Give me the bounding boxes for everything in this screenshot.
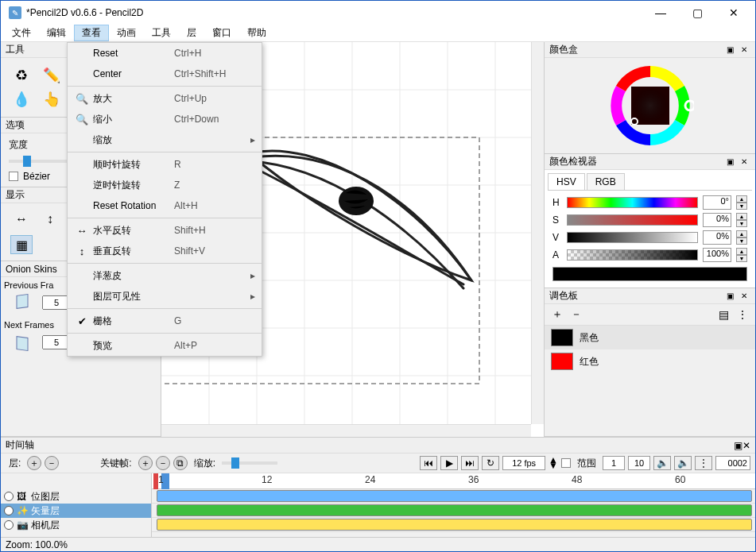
frame-counter[interactable]	[715, 456, 750, 470]
menu-item-缩小[interactable]: 🔍缩小Ctrl+Down	[68, 109, 262, 129]
menu-工具[interactable]: 工具	[144, 25, 179, 41]
panel-close-button[interactable]: ✕	[742, 440, 750, 451]
dup-keyframe-button[interactable]: ⧉	[173, 456, 188, 470]
fps-input[interactable]	[502, 456, 545, 470]
layer-visibility-icon[interactable]	[4, 506, 14, 515]
next-frame-icon[interactable]	[9, 331, 37, 353]
menu-编辑[interactable]: 编辑	[39, 25, 74, 41]
menu-item-栅格[interactable]: ✔栅格G	[68, 311, 262, 331]
palette-add-button[interactable]: ＋	[549, 307, 565, 322]
loop-button[interactable]: ↻	[482, 456, 499, 470]
svg-rect-1	[17, 337, 28, 351]
menu-item-预览[interactable]: 预览Alt+P	[68, 335, 262, 356]
menu-item-洋葱皮[interactable]: 洋葱皮▸	[68, 265, 262, 286]
color-V-slider[interactable]	[567, 232, 698, 243]
menu-窗口[interactable]: 窗口	[204, 25, 239, 41]
track-clip[interactable]	[157, 519, 752, 531]
menu-item-水平反转[interactable]: ↔水平反转Shift+H	[68, 220, 262, 241]
menu-帮助[interactable]: 帮助	[239, 25, 274, 41]
close-button[interactable]: ✕	[715, 1, 752, 25]
range-from-input[interactable]	[603, 456, 625, 470]
panel-float-button[interactable]: ▣	[723, 156, 736, 168]
menu-item-逆时针旋转[interactable]: 逆时针旋转Z	[68, 175, 262, 195]
first-frame-button[interactable]: ⏮	[420, 456, 437, 470]
color-V-value[interactable]: 0%	[703, 230, 731, 245]
range-to-input[interactable]	[628, 456, 650, 470]
statusbar: Zoom: 100.0%	[1, 537, 755, 551]
color-A-value[interactable]: 100%	[703, 248, 731, 262]
bezier-checkbox[interactable]	[9, 172, 18, 181]
last-frame-button[interactable]: ⏭	[461, 456, 479, 470]
menu-文件[interactable]: 文件	[4, 25, 39, 41]
remove-keyframe-button[interactable]: －	[156, 456, 170, 470]
zoom-status: Zoom: 100.0%	[6, 539, 68, 550]
canvas-scrollbar-vertical[interactable]	[531, 42, 544, 424]
timeline-zoom-slider[interactable]	[222, 461, 277, 465]
remove-layer-button[interactable]: －	[45, 456, 59, 470]
ruler-mark: 12	[262, 474, 272, 485]
tab-RGB[interactable]: RGB	[587, 173, 625, 190]
layer-visibility-icon[interactable]	[4, 520, 14, 530]
color-wheel[interactable]	[607, 62, 694, 149]
add-keyframe-button[interactable]: ＋	[138, 456, 153, 470]
canvas-scrollbar-horizontal[interactable]	[161, 424, 531, 437]
sound-button[interactable]: 🔈	[653, 456, 671, 470]
track-clip[interactable]	[157, 490, 752, 502]
view-menu-dropdown: ResetCtrl+HCenterCtrl+Shift+H🔍放大Ctrl+Up🔍…	[67, 42, 262, 357]
color-H-value[interactable]: 0°	[703, 195, 731, 210]
range-checkbox[interactable]	[561, 458, 571, 468]
layer-visibility-icon[interactable]	[4, 492, 14, 501]
color-H-slider[interactable]	[567, 197, 698, 208]
panel-close-button[interactable]: ✕	[738, 291, 750, 302]
menu-动画[interactable]: 动画	[109, 25, 144, 41]
track-clip[interactable]	[157, 504, 752, 516]
menu-item-Center[interactable]: CenterCtrl+Shift+H	[68, 64, 262, 84]
add-layer-button[interactable]: ＋	[27, 456, 41, 470]
panel-float-button[interactable]: ▣	[723, 44, 736, 56]
color-H-label: H	[552, 197, 562, 208]
sound-scrub-button[interactable]: 🔈	[674, 456, 692, 470]
panel-float-button[interactable]: ▣	[734, 440, 742, 451]
minimize-button[interactable]: —	[642, 1, 679, 25]
tab-HSV[interactable]: HSV	[548, 173, 585, 190]
play-button[interactable]: ▶	[440, 456, 458, 470]
panel-close-button[interactable]: ✕	[738, 44, 750, 56]
maximize-button[interactable]: ▢	[679, 1, 715, 25]
layer-矢量层[interactable]: ✨矢量层	[1, 504, 151, 518]
menu-层[interactable]: 层	[179, 25, 204, 41]
timeline-menu-icon[interactable]: ⋮	[695, 456, 712, 470]
menu-item-Reset[interactable]: ResetCtrl+H	[68, 43, 262, 64]
palette-item-红色[interactable]: 红色	[545, 349, 755, 373]
layer-位图层[interactable]: 🖼位图层	[1, 489, 151, 504]
inspector-title: 颜色检视器	[549, 155, 722, 168]
grid-toggle-icon[interactable]: ▦	[10, 235, 33, 254]
eyedropper-tool-icon[interactable]: 💧	[7, 88, 36, 110]
panel-close-button[interactable]: ✕	[738, 156, 750, 168]
colorbox-panel: 颜色盒▣✕	[545, 42, 755, 154]
menu-item-图层可见性[interactable]: 图层可见性▸	[68, 286, 262, 307]
menu-item-放大[interactable]: 🔍放大Ctrl+Up	[68, 88, 262, 109]
prev-frame-icon[interactable]	[9, 291, 37, 314]
palette-item-黑色[interactable]: 黑色	[545, 326, 755, 349]
menu-item-Reset Rotation[interactable]: Reset RotationAlt+H	[68, 195, 262, 216]
flip-horizontal-icon[interactable]: ↔	[10, 210, 33, 229]
smudge-tool-icon[interactable]: 👆	[37, 88, 66, 110]
color-A-slider[interactable]	[567, 249, 698, 261]
clear-tool-icon[interactable]: ♻	[7, 64, 36, 87]
palette-menu-icon[interactable]: ⋮	[735, 307, 750, 322]
menu-查看[interactable]: 查看	[74, 25, 109, 41]
palette-view-icon[interactable]: ▤	[715, 307, 731, 322]
color-V-label: V	[552, 232, 562, 243]
menu-item-缩放[interactable]: 缩放▸	[68, 129, 262, 150]
menu-item-顺时针旋转[interactable]: 顺时针旋转R	[68, 154, 262, 175]
layer-相机层[interactable]: 📷相机层	[1, 518, 151, 532]
palette-remove-button[interactable]: －	[568, 307, 584, 322]
pencil-tool-icon[interactable]: ✏️	[37, 64, 66, 87]
app-logo-icon: ✎	[9, 6, 21, 19]
color-S-slider[interactable]	[567, 214, 698, 226]
panel-float-button[interactable]: ▣	[723, 291, 736, 302]
color-S-value[interactable]: 0%	[703, 213, 731, 227]
menu-item-垂直反转[interactable]: ↕垂直反转Shift+V	[68, 241, 262, 261]
flip-vertical-icon[interactable]: ↕	[39, 210, 61, 229]
range-label: 范围	[574, 457, 599, 470]
